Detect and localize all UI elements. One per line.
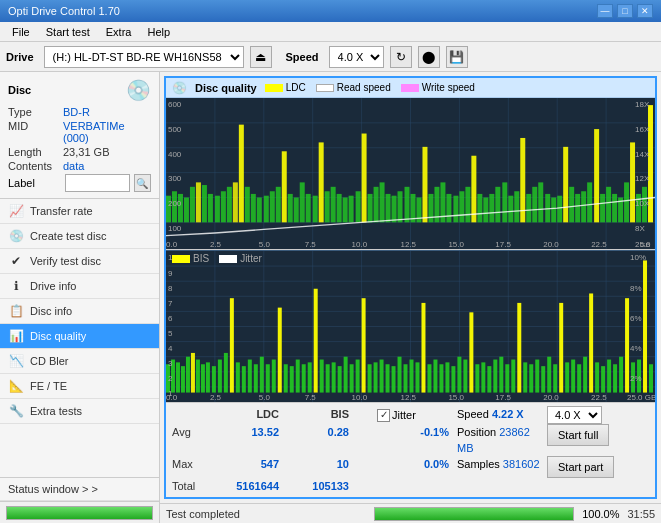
sidebar-item-fe-te[interactable]: 📐 FE / TE [0, 374, 159, 399]
sidebar-item-label-transfer: Transfer rate [30, 205, 93, 217]
status-bar: Test completed 100.0% 31:55 [160, 503, 661, 523]
svg-rect-39 [300, 182, 305, 222]
speed-select[interactable]: 4.0 X [329, 46, 384, 68]
jitter-checkbox[interactable]: ✓ [377, 409, 390, 422]
svg-text:20.0: 20.0 [543, 393, 559, 402]
sidebar-item-disc-info[interactable]: 📋 Disc info [0, 299, 159, 324]
svg-rect-59 [422, 147, 427, 223]
menu-file[interactable]: File [4, 24, 38, 40]
drive-bar: Drive (H:) HL-DT-ST BD-RE WH16NS58 TST4 … [0, 42, 661, 72]
sidebar-item-create-test-disc[interactable]: 💿 Create test disc [0, 224, 159, 249]
svg-rect-32 [257, 197, 262, 222]
chart-section-bottom: BIS Jitter [166, 250, 655, 402]
progress-fill [7, 507, 152, 519]
mid-value: VERBATIMe (000) [63, 120, 151, 144]
start-part-button[interactable]: Start part [547, 456, 614, 478]
save-button[interactable]: 💾 [446, 46, 468, 68]
svg-rect-181 [404, 364, 408, 392]
svg-text:200: 200 [168, 200, 181, 208]
charts-container: 600 500 400 300 200 100 18X 16X 14X 12X … [166, 98, 655, 402]
svg-rect-162 [290, 366, 294, 392]
minimize-button[interactable]: — [597, 4, 613, 18]
refresh-button[interactable]: ↻ [390, 46, 412, 68]
start-full-button[interactable]: Start full [547, 424, 609, 446]
svg-rect-28 [233, 182, 238, 222]
svg-text:22.5: 22.5 [591, 241, 607, 249]
svg-rect-161 [284, 364, 288, 392]
cd-bler-icon: 📉 [8, 354, 24, 368]
legend-ldc: LDC [265, 82, 306, 93]
svg-rect-165 [308, 362, 312, 392]
svg-rect-71 [495, 187, 500, 223]
max-bis: 10 [287, 456, 357, 478]
samples-row: Samples 381602 [457, 456, 547, 478]
close-button[interactable]: ✕ [637, 4, 653, 18]
svg-text:20.0: 20.0 [543, 241, 559, 249]
svg-rect-163 [296, 360, 300, 393]
svg-text:17.5: 17.5 [495, 393, 511, 402]
progress-percent: 100.0% [582, 508, 619, 520]
svg-rect-49 [362, 134, 367, 223]
svg-rect-193 [475, 364, 479, 392]
sidebar-item-disc-quality[interactable]: 📊 Disc quality [0, 324, 159, 349]
svg-text:2: 2 [168, 374, 172, 383]
window-controls: — □ ✕ [597, 4, 653, 18]
status-window-button[interactable]: Status window > > [0, 478, 159, 501]
svg-text:GB: GB [640, 242, 651, 249]
svg-rect-67 [471, 156, 476, 223]
svg-rect-149 [212, 366, 216, 392]
svg-rect-85 [581, 191, 586, 222]
sidebar-item-label-disc-info: Disc info [30, 305, 72, 317]
sidebar-item-verify-test-disc[interactable]: ✔ Verify test disc [0, 249, 159, 274]
title-bar: Opti Drive Control 1.70 — □ ✕ [0, 0, 661, 22]
burn-button[interactable]: ⬤ [418, 46, 440, 68]
svg-rect-37 [288, 194, 293, 222]
svg-rect-81 [557, 196, 562, 223]
sidebar-item-extra-tests[interactable]: 🔧 Extra tests [0, 399, 159, 424]
menu-help[interactable]: Help [139, 24, 178, 40]
transfer-rate-icon: 📈 [8, 204, 24, 218]
svg-rect-83 [569, 187, 574, 223]
sidebar-item-transfer-rate[interactable]: 📈 Transfer rate [0, 199, 159, 224]
svg-rect-46 [343, 197, 348, 222]
svg-rect-188 [445, 362, 449, 392]
disc-label-input[interactable] [65, 174, 130, 192]
eject-button[interactable]: ⏏ [250, 46, 272, 68]
svg-rect-153 [236, 362, 240, 392]
svg-rect-90 [612, 194, 617, 222]
svg-text:6%: 6% [630, 314, 642, 323]
app-title: Opti Drive Control 1.70 [8, 5, 120, 17]
sidebar-item-drive-info[interactable]: ℹ Drive info [0, 274, 159, 299]
status-window-label: Status window > > [8, 483, 98, 495]
svg-text:7.5: 7.5 [305, 393, 316, 402]
legend-write-speed: Write speed [401, 82, 475, 93]
svg-rect-76 [526, 194, 531, 222]
svg-rect-34 [270, 191, 275, 222]
legend-bis-label: BIS [193, 253, 209, 264]
svg-rect-82 [563, 147, 568, 223]
legend-read-color [316, 84, 334, 92]
svg-rect-26 [221, 191, 226, 222]
menu-extra[interactable]: Extra [98, 24, 140, 40]
stats-header-ldc: LDC [217, 406, 287, 424]
svg-text:12X: 12X [635, 175, 649, 183]
svg-rect-70 [489, 194, 494, 222]
svg-text:5.0: 5.0 [259, 241, 270, 249]
position-row: Position 23862 MB [457, 424, 547, 456]
svg-rect-29 [239, 125, 244, 223]
speed-value: 4.22 X [492, 408, 524, 420]
svg-rect-155 [248, 360, 252, 393]
speed-select-stats[interactable]: 4.0 X [547, 406, 602, 424]
svg-rect-186 [433, 360, 437, 393]
menu-start-test[interactable]: Start test [38, 24, 98, 40]
drive-select[interactable]: (H:) HL-DT-ST BD-RE WH16NS58 TST4 [44, 46, 244, 68]
svg-rect-202 [529, 364, 533, 392]
stats-total-row: Total 5161644 105133 [172, 478, 649, 494]
svg-rect-211 [583, 357, 587, 393]
maximize-button[interactable]: □ [617, 4, 633, 18]
legend-read-label: Read speed [337, 82, 391, 93]
disc-label-button[interactable]: 🔍 [134, 174, 151, 192]
svg-rect-44 [331, 187, 336, 223]
sidebar-item-cd-bler[interactable]: 📉 CD Bler [0, 349, 159, 374]
svg-rect-146 [196, 360, 200, 393]
